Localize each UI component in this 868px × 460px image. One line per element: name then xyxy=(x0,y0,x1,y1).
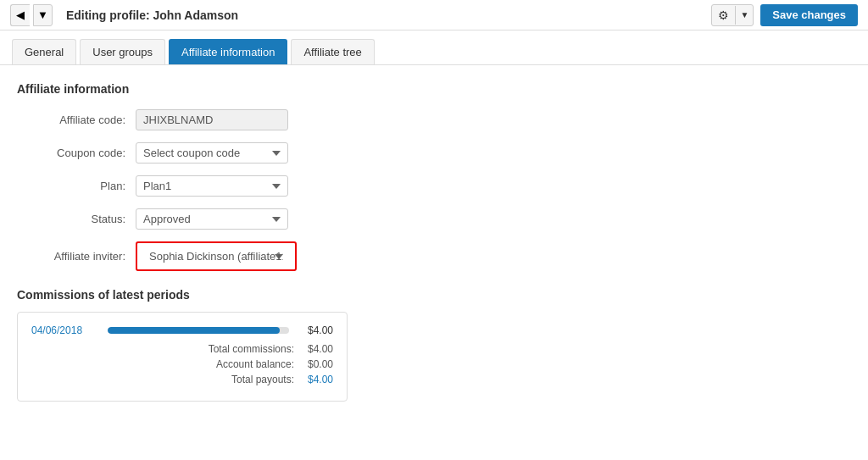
toolbar: ◀ ▼ Editing profile: John Adamson ⚙ ▼ Sa… xyxy=(0,0,868,30)
gear-dropdown-arrow: ▼ xyxy=(736,8,753,22)
commission-total-commissions-value: $4.00 xyxy=(298,343,333,355)
tab-affiliate-information[interactable]: Affiliate information xyxy=(169,39,287,64)
tab-general[interactable]: General xyxy=(12,39,76,64)
toolbar-actions: ⚙ ▼ Save changes xyxy=(711,4,858,26)
commission-date: 04/06/2018 xyxy=(31,324,99,336)
commission-account-balance-value: $0.00 xyxy=(298,358,333,370)
commission-bar-amount: $4.00 xyxy=(298,324,333,336)
back-button[interactable]: ◀ xyxy=(10,4,30,26)
settings-button[interactable]: ⚙ ▼ xyxy=(711,4,754,26)
status-label: Status: xyxy=(17,213,136,225)
affiliate-code-input[interactable] xyxy=(136,109,288,130)
commission-account-balance-label: Account balance: xyxy=(216,358,294,370)
affiliate-inviter-row: Affiliate inviter: Sophia Dickinson (aff… xyxy=(17,241,851,271)
commission-total-commissions-label: Total commissions: xyxy=(209,343,294,355)
form-section-title: Affiliate information xyxy=(17,82,851,96)
coupon-code-label: Coupon code: xyxy=(17,147,136,159)
status-select[interactable]: Approved xyxy=(136,208,288,230)
commission-bar xyxy=(108,327,280,334)
tabs-bar: General User groups Affiliate informatio… xyxy=(0,30,868,65)
plan-select[interactable]: Plan1 xyxy=(136,175,288,197)
save-button[interactable]: Save changes xyxy=(760,4,858,26)
commission-total-payouts-row: Total payouts: $4.00 xyxy=(31,374,333,385)
commission-total-commissions-row: Total commissions: $4.00 xyxy=(31,343,333,355)
commissions-title: Commissions of latest periods xyxy=(17,288,851,302)
commission-total-payouts-label: Total payouts: xyxy=(231,374,294,385)
affiliate-code-label: Affiliate code: xyxy=(17,114,136,126)
nav-dropdown-button[interactable]: ▼ xyxy=(33,4,53,26)
tab-affiliate-tree[interactable]: Affiliate tree xyxy=(291,39,374,64)
plan-row: Plan: Plan1 xyxy=(17,175,851,197)
coupon-code-select[interactable]: Select coupon code xyxy=(136,142,288,163)
status-row: Status: Approved xyxy=(17,208,851,230)
commission-total-payouts-value: $4.00 xyxy=(298,374,333,385)
commissions-section: Commissions of latest periods 04/06/2018… xyxy=(17,288,851,402)
page-title: Editing profile: John Adamson xyxy=(66,8,712,22)
commission-bar-container xyxy=(108,327,289,334)
gear-icon: ⚙ xyxy=(712,6,736,25)
commission-account-balance-row: Account balance: $0.00 xyxy=(31,358,333,370)
affiliate-inviter-highlight: Sophia Dickinson (affiliate11@e... xyxy=(136,241,297,271)
affiliate-inviter-label: Affiliate inviter: xyxy=(17,250,136,263)
affiliate-inviter-select[interactable]: Sophia Dickinson (affiliate11@e... xyxy=(142,247,290,266)
commissions-card: 04/06/2018 $4.00 Total commissions: $4.0… xyxy=(17,312,348,402)
nav-buttons: ◀ ▼ xyxy=(10,4,53,26)
content-area: Affiliate information Affiliate code: Co… xyxy=(0,65,868,418)
plan-label: Plan: xyxy=(17,180,136,192)
affiliate-code-row: Affiliate code: xyxy=(17,109,851,130)
tab-user-groups[interactable]: User groups xyxy=(80,39,165,64)
commission-bar-row: 04/06/2018 $4.00 xyxy=(31,324,333,336)
coupon-code-row: Coupon code: Select coupon code xyxy=(17,142,851,163)
